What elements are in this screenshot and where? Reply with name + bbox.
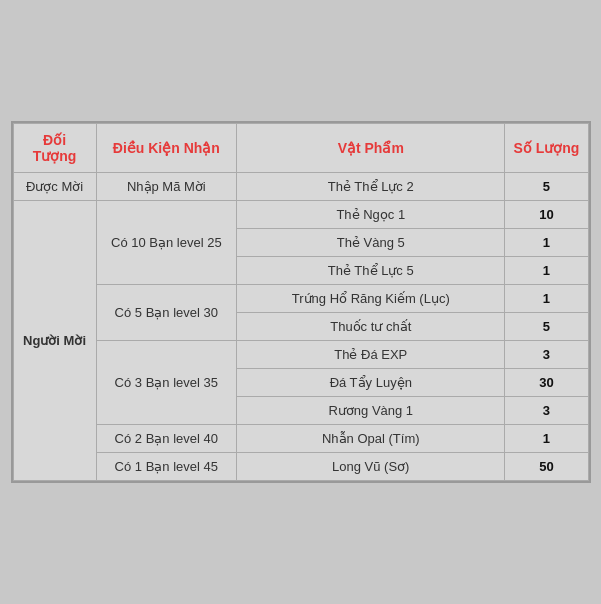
vat-pham-cell: Rương Vàng 1 <box>237 397 505 425</box>
table-row: Có 2 Bạn level 40Nhẫn Opal (Tím)1 <box>13 425 588 453</box>
so-luong-cell: 1 <box>505 229 588 257</box>
so-luong-cell: 1 <box>505 285 588 313</box>
header-so-luong: Số Lượng <box>505 124 588 173</box>
table-body: Được Mời Nhập Mã Mời Thẻ Thể Lực 2 5 Ngư… <box>13 173 588 481</box>
dieu-kien-cell: Có 2 Bạn level 40 <box>96 425 237 453</box>
table-row: Có 5 Bạn level 30Trứng Hổ Răng Kiếm (Lục… <box>13 285 588 313</box>
duoc-moi-so-luong: 5 <box>505 173 588 201</box>
nguoi-moi-label: Người Mời <box>13 201 96 481</box>
vat-pham-cell: Nhẫn Opal (Tím) <box>237 425 505 453</box>
so-luong-cell: 1 <box>505 257 588 285</box>
dieu-kien-cell: Có 10 Bạn level 25 <box>96 201 237 285</box>
table-row: Có 1 Bạn level 45Long Vũ (Sơ)50 <box>13 453 588 481</box>
rewards-table: Đối Tượng Điều Kiện Nhận Vật Phẩm Số Lượ… <box>13 123 589 481</box>
duoc-moi-row: Được Mời Nhập Mã Mời Thẻ Thể Lực 2 5 <box>13 173 588 201</box>
vat-pham-cell: Thẻ Đá EXP <box>237 341 505 369</box>
vat-pham-cell: Thẻ Ngọc 1 <box>237 201 505 229</box>
duoc-moi-label: Được Mời <box>13 173 96 201</box>
table-row: Có 3 Bạn level 35Thẻ Đá EXP3 <box>13 341 588 369</box>
dieu-kien-cell: Có 1 Bạn level 45 <box>96 453 237 481</box>
header-dieu-kien: Điều Kiện Nhận <box>96 124 237 173</box>
so-luong-cell: 30 <box>505 369 588 397</box>
main-table-container: Đối Tượng Điều Kiện Nhận Vật Phẩm Số Lượ… <box>11 121 591 483</box>
so-luong-cell: 3 <box>505 341 588 369</box>
dieu-kien-cell: Có 3 Bạn level 35 <box>96 341 237 425</box>
vat-pham-cell: Trứng Hổ Răng Kiếm (Lục) <box>237 285 505 313</box>
vat-pham-cell: Thẻ Vàng 5 <box>237 229 505 257</box>
vat-pham-cell: Thuốc tư chất <box>237 313 505 341</box>
so-luong-cell: 10 <box>505 201 588 229</box>
table-row: Người MờiCó 10 Bạn level 25Thẻ Ngọc 110 <box>13 201 588 229</box>
duoc-moi-dieu-kien: Nhập Mã Mời <box>96 173 237 201</box>
vat-pham-cell: Long Vũ (Sơ) <box>237 453 505 481</box>
so-luong-cell: 5 <box>505 313 588 341</box>
dieu-kien-cell: Có 5 Bạn level 30 <box>96 285 237 341</box>
so-luong-cell: 50 <box>505 453 588 481</box>
so-luong-cell: 3 <box>505 397 588 425</box>
header-doi-tuong: Đối Tượng <box>13 124 96 173</box>
header-vat-pham: Vật Phẩm <box>237 124 505 173</box>
table-header-row: Đối Tượng Điều Kiện Nhận Vật Phẩm Số Lượ… <box>13 124 588 173</box>
vat-pham-cell: Đá Tẩy Luyện <box>237 369 505 397</box>
duoc-moi-vat-pham: Thẻ Thể Lực 2 <box>237 173 505 201</box>
so-luong-cell: 1 <box>505 425 588 453</box>
vat-pham-cell: Thẻ Thể Lực 5 <box>237 257 505 285</box>
